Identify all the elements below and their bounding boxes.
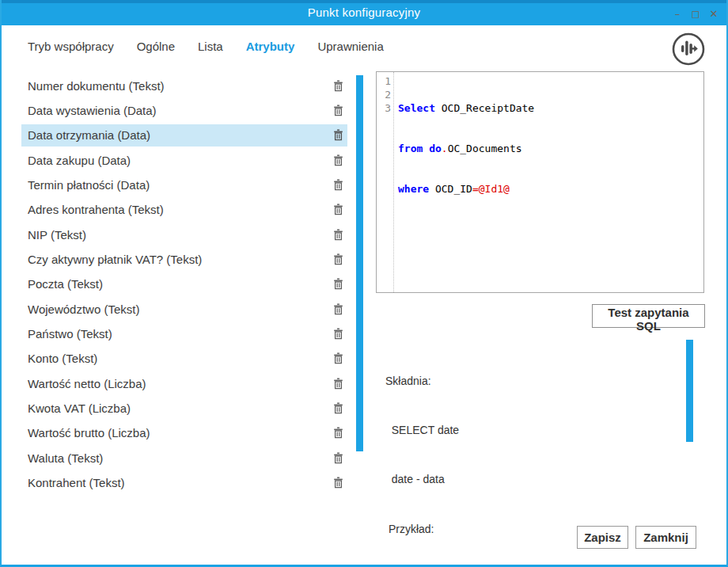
sql-keyword: from xyxy=(398,143,429,154)
line-number: 2 xyxy=(377,88,391,101)
trash-icon[interactable] xyxy=(333,303,343,315)
attribute-label: Kontrahent (Tekst) xyxy=(28,476,125,489)
tab-bar: Tryb współpracy Ogólne Lista Atrybuty Up… xyxy=(28,40,384,53)
help-line: date - data xyxy=(385,471,678,488)
syntax-help-panel: Składnia: SELECT date date - data Przykł… xyxy=(385,340,678,567)
trash-icon[interactable] xyxy=(333,477,343,489)
attribute-row[interactable]: Wartość brutto (Liczba) xyxy=(21,422,347,444)
editor-code[interactable]: Select OCD_ReceiptDate from do.OC_Docume… xyxy=(394,72,534,292)
code-line: Select OCD_ReceiptDate xyxy=(398,101,534,115)
attribute-label: Państwo (Tekst) xyxy=(28,327,112,341)
minimize-button[interactable]: – xyxy=(673,8,682,21)
trash-icon[interactable] xyxy=(333,129,343,141)
attribute-row[interactable]: Kontrahent (Tekst) xyxy=(21,472,347,494)
sql-keyword: do xyxy=(429,143,442,154)
attribute-row[interactable]: Waluta (Tekst) xyxy=(21,447,347,469)
attribute-label: Adres kontrahenta (Tekst) xyxy=(28,203,164,216)
attribute-row-selected[interactable]: Data otrzymania (Data) xyxy=(21,124,347,147)
window-controls: – ◻ ✕ xyxy=(673,8,719,21)
attribute-row[interactable]: Adres kontrahenta (Tekst) xyxy=(21,199,347,221)
trash-icon[interactable] xyxy=(333,352,343,364)
attribute-row[interactable]: Województwo (Tekst) xyxy=(21,298,347,320)
sql-keyword: Select xyxy=(398,102,435,114)
list-scrollbar[interactable] xyxy=(356,75,363,451)
trash-icon[interactable] xyxy=(333,278,343,290)
help-scrollbar[interactable] xyxy=(686,340,693,442)
code-line: from do.OC_Documents xyxy=(398,142,534,155)
attribute-label: Waluta (Tekst) xyxy=(28,451,103,465)
attribute-row[interactable]: Numer dokumentu (Tekst) xyxy=(21,74,347,97)
sql-parameter: =@Id1@ xyxy=(472,183,510,195)
attribute-label: Numer dokumentu (Tekst) xyxy=(28,79,165,93)
attribute-label: Czy aktywny płatnik VAT? (Tekst) xyxy=(28,253,202,266)
sql-operator: . xyxy=(442,143,448,154)
tab-uprawnienia[interactable]: Uprawnienia xyxy=(317,40,383,53)
trash-icon[interactable] xyxy=(333,253,343,265)
tab-atrybuty[interactable]: Atrybuty xyxy=(246,40,295,53)
tab-lista[interactable]: Lista xyxy=(198,40,223,53)
help-line: Przykład: xyxy=(385,521,678,538)
attribute-label: NIP (Tekst) xyxy=(28,228,86,242)
attribute-row[interactable]: Państwo (Tekst) xyxy=(21,322,347,344)
attribute-row[interactable]: Kwota VAT (Liczba) xyxy=(21,397,347,419)
trash-icon[interactable] xyxy=(333,229,343,241)
transfer-attributes-button[interactable] xyxy=(671,32,706,67)
trash-icon[interactable] xyxy=(333,402,343,414)
help-line: Składnia: xyxy=(385,373,678,390)
attribute-row[interactable]: Termin płatności (Data) xyxy=(21,173,347,196)
trash-icon[interactable] xyxy=(333,80,343,92)
maximize-button[interactable]: ◻ xyxy=(691,8,700,21)
close-icon[interactable]: ✕ xyxy=(709,8,719,21)
titlebar[interactable]: Punkt konfiguracyjny – ◻ ✕ xyxy=(0,0,728,25)
line-number: 1 xyxy=(377,74,391,88)
attribute-label: Wartość netto (Liczba) xyxy=(28,377,146,390)
attribute-label: Poczta (Tekst) xyxy=(28,277,103,291)
save-button[interactable]: Zapisz xyxy=(577,526,628,549)
sql-text: OCD_ID xyxy=(429,183,472,195)
attribute-row[interactable]: Czy aktywny płatnik VAT? (Tekst) xyxy=(21,248,347,270)
attribute-label: Data zakupu (Data) xyxy=(28,154,131,167)
sql-text: OCD_ReceiptDate xyxy=(435,102,534,114)
attribute-label: Data otrzymania (Data) xyxy=(28,128,150,142)
sql-editor[interactable]: 1 2 3 Select OCD_ReceiptDate from do.OC_… xyxy=(376,71,704,293)
trash-icon[interactable] xyxy=(333,179,343,191)
trash-icon[interactable] xyxy=(333,105,343,116)
trash-icon[interactable] xyxy=(333,427,343,439)
close-button[interactable]: Zamknij xyxy=(635,526,696,549)
code-line: where OCD_ID=@Id1@ xyxy=(398,182,534,196)
line-number: 3 xyxy=(377,101,391,115)
sql-keyword: where xyxy=(398,183,429,195)
attribute-list: Numer dokumentu (Tekst) Data wystawienia… xyxy=(21,74,347,497)
attribute-label: Konto (Tekst) xyxy=(28,352,97,365)
dialog-window: Punkt konfiguracyjny – ◻ ✕ Tryb współpra… xyxy=(0,0,728,567)
attribute-row[interactable]: Konto (Tekst) xyxy=(21,348,347,370)
attribute-label: Termin płatności (Data) xyxy=(28,178,150,192)
window-title: Punkt konfiguracyjny xyxy=(0,6,728,19)
trash-icon[interactable] xyxy=(333,154,343,166)
attribute-row[interactable]: NIP (Tekst) xyxy=(21,223,347,245)
trash-icon[interactable] xyxy=(333,378,343,390)
trash-icon[interactable] xyxy=(333,204,343,215)
trash-icon[interactable] xyxy=(333,328,343,340)
editor-line-numbers: 1 2 3 xyxy=(377,72,394,292)
attribute-row[interactable]: Data wystawienia (Data) xyxy=(21,99,347,121)
sliders-arrow-icon xyxy=(671,32,706,67)
attribute-label: Kwota VAT (Liczba) xyxy=(28,401,131,415)
tab-ogolne[interactable]: Ogólne xyxy=(137,40,175,53)
attribute-label: Województwo (Tekst) xyxy=(28,303,139,316)
help-line: SELECT date xyxy=(385,422,678,439)
sql-text: OC_Documents xyxy=(448,143,522,154)
attribute-label: Wartość brutto (Liczba) xyxy=(28,426,150,440)
test-sql-button[interactable]: Test zapytania SQL xyxy=(592,304,705,328)
attribute-row[interactable]: Data zakupu (Data) xyxy=(21,149,347,171)
tab-tryb-wspolpracy[interactable]: Tryb współpracy xyxy=(28,40,114,53)
attribute-row[interactable]: Wartość netto (Liczba) xyxy=(21,372,347,394)
attribute-row[interactable]: Poczta (Tekst) xyxy=(21,273,347,295)
trash-icon[interactable] xyxy=(333,452,343,464)
attribute-label: Data wystawienia (Data) xyxy=(28,104,157,117)
